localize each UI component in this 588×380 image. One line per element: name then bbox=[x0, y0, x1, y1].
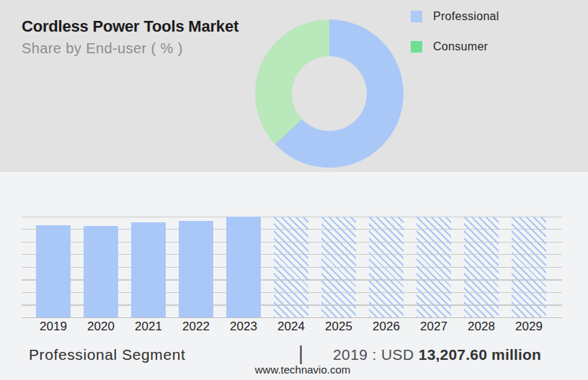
bar-2027 bbox=[416, 217, 451, 317]
bar-2029 bbox=[512, 217, 546, 317]
bar-2028 bbox=[464, 217, 499, 317]
bar-2019 bbox=[36, 225, 71, 317]
page-title: Cordless Power Tools Market bbox=[22, 17, 239, 36]
legend-item-professional[interactable]: Professional bbox=[411, 10, 499, 23]
bar-2026 bbox=[369, 217, 404, 317]
chart-legend: Professional Consumer bbox=[411, 10, 499, 71]
x-tick-2029: 2029 bbox=[505, 320, 553, 334]
bar-2020 bbox=[84, 226, 118, 317]
x-tick-2023: 2023 bbox=[220, 320, 267, 334]
bar-2022 bbox=[179, 221, 213, 317]
infographic-canvas: Cordless Power Tools Market Share by End… bbox=[0, 0, 588, 380]
legend-label: Consumer bbox=[433, 40, 488, 53]
website-link[interactable]: www.technavio.com bbox=[9, 363, 588, 376]
value-amount: 13,207.60 million bbox=[419, 346, 541, 363]
x-tick-2024: 2024 bbox=[267, 320, 315, 334]
professional-swatch-icon bbox=[411, 11, 422, 22]
page-subtitle: Share by End-user ( % ) bbox=[22, 40, 183, 57]
value-prefix: 2019 : USD bbox=[333, 346, 419, 363]
header-section: Cordless Power Tools Market Share by End… bbox=[0, 0, 588, 172]
x-tick-2021: 2021 bbox=[125, 320, 172, 334]
segment-label: Professional Segment bbox=[29, 346, 185, 363]
bar-chart-section: 2019202020212022202320242025202620272028… bbox=[0, 172, 588, 380]
x-tick-2020: 2020 bbox=[77, 320, 125, 334]
x-tick-2027: 2027 bbox=[410, 320, 458, 334]
bar-2023 bbox=[226, 217, 261, 317]
legend-item-consumer[interactable]: Consumer bbox=[411, 40, 499, 53]
x-axis-labels: 2019202020212022202320242025202620272028… bbox=[22, 320, 562, 335]
footer-value: 2019 : USD 13,207.60 million bbox=[333, 346, 541, 363]
bar-plot bbox=[22, 217, 562, 318]
bar-2024 bbox=[274, 217, 308, 317]
x-tick-2028: 2028 bbox=[458, 320, 505, 334]
consumer-swatch-icon bbox=[411, 41, 422, 53]
x-tick-2019: 2019 bbox=[30, 320, 77, 334]
bar-2025 bbox=[321, 217, 356, 317]
donut-hole bbox=[292, 56, 367, 131]
bar-2021 bbox=[131, 222, 166, 317]
footer-divider: | bbox=[298, 343, 303, 365]
x-tick-2022: 2022 bbox=[172, 320, 220, 334]
x-tick-2025: 2025 bbox=[315, 320, 362, 334]
legend-label: Professional bbox=[433, 10, 499, 23]
x-tick-2026: 2026 bbox=[362, 320, 410, 334]
donut-chart bbox=[255, 19, 404, 168]
